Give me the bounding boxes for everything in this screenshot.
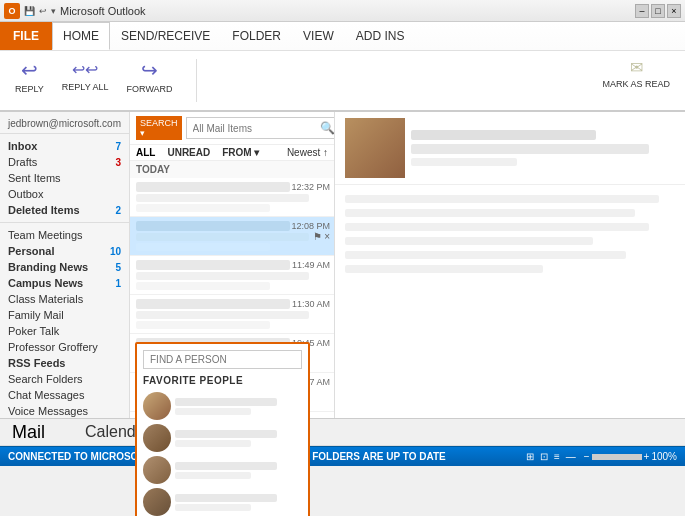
reply-label: REPLY [15,84,44,94]
sidebar-item-team-meetings[interactable]: Team Meetings [0,227,129,243]
sidebar-item-family-mail[interactable]: Family Mail [0,307,129,323]
sidebar-item-outbox[interactable]: Outbox [0,186,129,202]
reading-from [411,130,596,140]
close-btn[interactable]: × [667,4,681,18]
person-info-3 [175,462,302,479]
sidebar-item-inbox[interactable]: Inbox 7 [0,138,129,154]
team-meetings-label: Team Meetings [8,229,83,241]
person-detail-1 [175,408,251,415]
tab-view[interactable]: VIEW [292,22,345,50]
email-subject-3 [136,272,309,280]
filter-all[interactable]: ALL [136,147,155,158]
sidebar-item-branding-news[interactable]: Branding News 5 [0,259,129,275]
sidebar-item-voice[interactable]: Voice Messages [0,403,129,418]
voice-label: Voice Messages [8,405,88,417]
email-from-4 [136,299,290,309]
zoom-slider[interactable] [592,454,642,460]
reading-line-5 [345,251,626,259]
sort-btn[interactable]: Newest ↑ [287,147,328,158]
sidebar-email: jedbrown@microsoft.com [0,116,129,134]
filter-from[interactable]: FROM ▾ [222,147,259,158]
person-info-1 [175,398,302,415]
people-search-input[interactable] [143,350,302,369]
status-icons: ⊞ ⊡ ≡ — [526,451,576,462]
reading-meta [411,130,675,166]
personal-label: Personal [8,245,54,257]
tab-send-receive[interactable]: SEND/RECEIVE [110,22,221,50]
tab-add-ins[interactable]: ADD INS [345,22,416,50]
ribbon: FILE HOME SEND/RECEIVE FOLDER VIEW ADD I… [0,22,685,112]
sidebar-item-rss-feeds[interactable]: RSS Feeds [0,355,129,371]
person-info-4 [175,494,302,511]
branding-news-label: Branding News [8,261,88,273]
main-layout: jedbrown@microsoft.com Inbox 7 Drafts 3 … [0,112,685,418]
search-box[interactable]: 🔍 [186,117,335,139]
inbox-label: Inbox [8,140,37,152]
email-search-toolbar: SEARCH ▾ 🔍 [130,112,334,145]
sidebar-item-professor[interactable]: Professor Groffery [0,339,129,355]
forward-button[interactable]: ↪ FORWARD [120,55,180,97]
nav-mail[interactable]: Mail [8,420,49,445]
email-from-3 [136,260,290,270]
personal-badge: 10 [110,246,121,257]
mark-read-icon: ✉ [630,58,643,77]
zoom-minus[interactable]: − [584,451,590,462]
person-item-4[interactable] [143,486,302,516]
window-controls[interactable]: – □ × [635,4,681,18]
email-item-2[interactable]: 12:08 PM ⚑ × [130,217,334,256]
restore-btn[interactable]: □ [651,4,665,18]
email-from-1 [136,182,290,192]
tab-file[interactable]: FILE [0,22,52,50]
email-subject-4 [136,311,309,319]
zoom-plus[interactable]: + [644,451,650,462]
reply-button[interactable]: ↩ REPLY [8,55,51,97]
search-input[interactable] [193,123,320,134]
people-popup: FAVORITE PEOPLE [135,342,310,516]
minimize-btn[interactable]: – [635,4,649,18]
person-item-2[interactable] [143,422,302,454]
reply-all-button[interactable]: ↩↩ REPLY ALL [55,57,116,94]
sidebar-item-class-materials[interactable]: Class Materials [0,291,129,307]
branding-news-badge: 5 [115,262,121,273]
person-name-4 [175,494,277,502]
reading-avatar [345,118,405,178]
sent-label: Sent Items [8,172,61,184]
mark-as-read-button[interactable]: ✉ MARK AS READ [595,55,677,92]
person-item-1[interactable] [143,390,302,422]
reading-line-2 [345,209,635,217]
sidebar-item-chat[interactable]: Chat Messages [0,387,129,403]
reading-pane [335,112,685,418]
deleted-badge: 2 [115,205,121,216]
filter-unread[interactable]: UNREAD [167,147,210,158]
email-item-4[interactable]: 11:30 AM [130,295,334,334]
sidebar-item-sent[interactable]: Sent Items [0,170,129,186]
drafts-label: Drafts [8,156,37,168]
sidebar-item-deleted[interactable]: Deleted Items 2 [0,202,129,218]
ribbon-sep-1 [196,59,197,102]
campus-news-label: Campus News [8,277,83,289]
search-dropdown-btn[interactable]: SEARCH ▾ [136,116,182,140]
email-actions-2: ⚑ × [313,231,330,242]
poker-talk-label: Poker Talk [8,325,59,337]
class-materials-label: Class Materials [8,293,83,305]
tab-folder[interactable]: FOLDER [221,22,292,50]
sidebar-item-poker-talk[interactable]: Poker Talk [0,323,129,339]
quick-undo-btn[interactable]: ↩ [39,6,47,16]
title-bar-left: O 💾 ↩ ▾ Microsoft Outlook [4,3,146,19]
email-item-1[interactable]: 12:32 PM [130,178,334,217]
sidebar-item-campus-news[interactable]: Campus News 1 [0,275,129,291]
quick-save-btn[interactable]: 💾 [24,6,35,16]
sidebar-item-search-folders[interactable]: Search Folders [0,371,129,387]
reply-all-icon: ↩↩ [72,60,98,79]
outbox-label: Outbox [8,188,43,200]
quick-dropdown-btn[interactable]: ▾ [51,6,56,16]
email-item-3[interactable]: 11:49 AM [130,256,334,295]
delete-icon[interactable]: × [324,231,330,242]
sidebar-item-personal[interactable]: Personal 10 [0,243,129,259]
person-item-3[interactable] [143,454,302,486]
sidebar-item-drafts[interactable]: Drafts 3 [0,154,129,170]
flag-icon[interactable]: ⚑ [313,231,322,242]
email-time-4: 11:30 AM [292,299,330,309]
tab-home[interactable]: HOME [52,22,110,50]
sidebar-divider-1 [0,222,129,223]
